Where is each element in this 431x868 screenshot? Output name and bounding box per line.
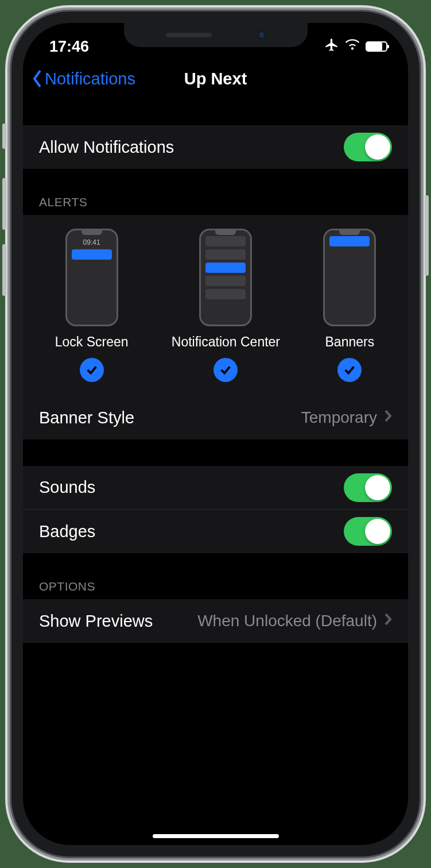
alert-label: Lock Screen (55, 334, 129, 350)
screen: 17:46 Notifications Up Next Allow N (23, 23, 408, 845)
alert-option-lock-screen[interactable]: 09:41 Lock Screen (55, 229, 129, 382)
lock-screen-preview: 09:41 (65, 229, 118, 326)
chevron-right-icon (384, 408, 392, 427)
airplane-mode-icon (324, 37, 339, 56)
allow-notifications-label: Allow Notifications (39, 138, 174, 157)
row-allow-notifications: Allow Notifications (23, 125, 408, 169)
front-camera (258, 31, 266, 39)
check-icon (213, 358, 238, 382)
row-show-previews[interactable]: Show Previews When Unlocked (Default) (23, 599, 408, 643)
home-indicator[interactable] (153, 834, 279, 838)
notch (124, 23, 308, 47)
battery-icon (366, 41, 387, 52)
section-header-options: OPTIONS (23, 580, 408, 599)
row-banner-style[interactable]: Banner Style Temporary (23, 396, 408, 439)
row-sounds: Sounds (23, 466, 408, 510)
wifi-icon (345, 37, 360, 56)
alert-option-banners[interactable]: Banners (323, 229, 376, 382)
volume-up (2, 178, 6, 230)
back-button[interactable]: Notifications (31, 69, 135, 88)
show-previews-value: When Unlocked (Default) (197, 612, 377, 630)
volume-down (2, 244, 6, 296)
mini-time: 09:41 (67, 238, 117, 246)
banners-preview (323, 229, 376, 326)
row-badges: Badges (23, 510, 408, 553)
sounds-label: Sounds (39, 478, 95, 497)
power-button (425, 195, 429, 276)
banner-style-label: Banner Style (39, 408, 134, 427)
alert-option-notification-center[interactable]: Notification Center (172, 229, 280, 382)
status-time: 17:46 (49, 38, 89, 56)
device-frame: 17:46 Notifications Up Next Allow N (11, 11, 420, 857)
chevron-left-icon (31, 69, 44, 88)
speaker (166, 33, 212, 37)
show-previews-label: Show Previews (39, 612, 153, 631)
nav-bar: Notifications Up Next (23, 59, 408, 99)
check-icon (80, 358, 104, 382)
allow-notifications-toggle[interactable] (344, 133, 392, 161)
page-title: Up Next (184, 70, 247, 88)
badges-toggle[interactable] (344, 517, 392, 546)
notification-center-preview (199, 229, 252, 326)
banner-style-value: Temporary (301, 408, 377, 427)
alert-label: Notification Center (172, 334, 280, 350)
alert-label: Banners (325, 334, 375, 350)
back-label: Notifications (45, 70, 135, 88)
check-icon (337, 358, 362, 382)
section-header-alerts: ALERTS (23, 195, 408, 215)
sounds-toggle[interactable] (344, 473, 392, 502)
badges-label: Badges (39, 522, 95, 541)
alerts-panel: 09:41 Lock Screen Notifica (23, 215, 408, 396)
chevron-right-icon (384, 612, 392, 630)
silence-switch (2, 124, 6, 149)
